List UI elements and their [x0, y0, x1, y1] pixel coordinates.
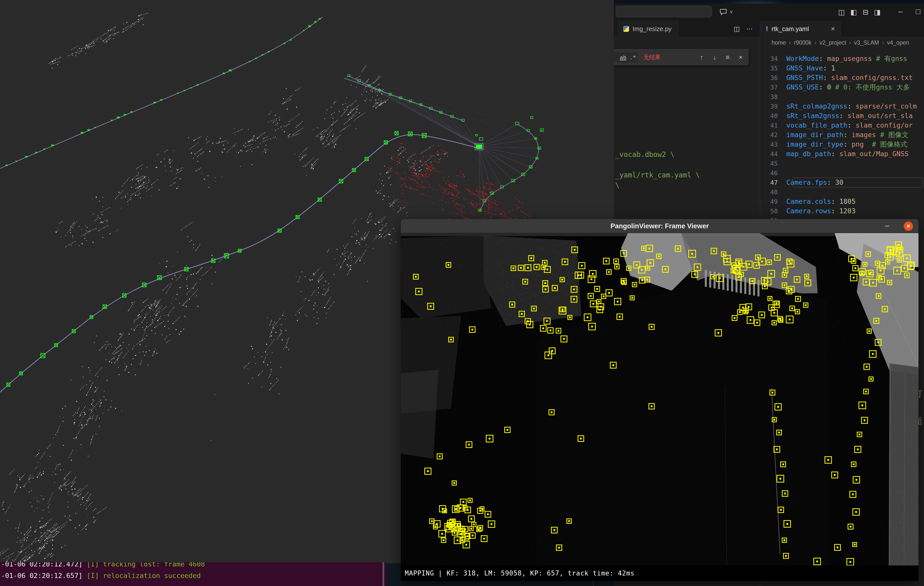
- code-line-41: 41vocab_file_path: slam_config/or: [760, 120, 924, 130]
- command-center-search[interactable]: [616, 6, 712, 17]
- line-number: 38: [760, 92, 786, 102]
- terminal-scrollbar[interactable]: [383, 562, 384, 586]
- camera-frame-image: [401, 233, 919, 581]
- code-line-45: 45: [760, 159, 924, 168]
- terminal-log-line: -01-06 02:20:12.472] [I] tracking lost: …: [1, 562, 205, 568]
- toggle-panel-layout-icon-3[interactable]: ⊟: [863, 8, 868, 16]
- line-number: 35: [760, 64, 786, 73]
- line-number: 46: [760, 168, 786, 178]
- window-maximize-button[interactable]: □: [912, 3, 924, 21]
- frame-viewer-body: MAPPING | KF: 318, LM: 59058, KP: 657, t…: [401, 233, 919, 581]
- tab-img-resize-py[interactable]: Img_resize.py: [617, 21, 679, 37]
- breadcrumb-separator: ›: [789, 40, 791, 46]
- line-number: 41: [760, 121, 786, 130]
- terminal-log-line: -01-06 02:20:12.657] [I] relocalization …: [1, 572, 201, 579]
- line-number: 47: [760, 178, 786, 188]
- frame-minimize-button[interactable]: –: [881, 219, 893, 232]
- frame-viewer-title: PangolinViewer: Frame Viewer: [401, 219, 919, 233]
- close-tab-icon[interactable]: ×: [831, 25, 835, 33]
- code-line-48: 48: [760, 187, 924, 197]
- current-line-highlight: [792, 178, 923, 188]
- line-number: 42: [760, 130, 786, 140]
- breadcrumb-item-v3_SLAM[interactable]: v3_SLAM: [854, 40, 879, 46]
- breadcrumb-item-v2_project[interactable]: v2_project: [819, 40, 846, 46]
- breadcrumb-separator: ›: [882, 40, 884, 46]
- code-line-42: 42image_dir_path: images # 图像文: [760, 130, 924, 140]
- pangolin-frame-viewer-window: PangolinViewer: Frame Viewer – × MAPPING…: [401, 219, 919, 581]
- code-line-47: 47Camera.fps: 30: [760, 178, 924, 187]
- line-number: 45: [760, 159, 786, 168]
- find-results-label: 无结果: [644, 53, 661, 61]
- vscode-titlebar[interactable]: ∨ ◫ ◧ ⊟ ◨ – □: [614, 3, 924, 21]
- close-find-icon[interactable]: ×: [736, 49, 746, 66]
- line-number: 43: [760, 140, 786, 150]
- vscode-tab-bar: Img_resize.py ◫ ⋯ ! rtk_cam.yaml ×: [614, 21, 924, 37]
- frame-viewer-titlebar[interactable]: PangolinViewer: Frame Viewer – ×: [401, 219, 919, 233]
- breadcrumb-separator: ›: [849, 40, 851, 46]
- code-line-50: 50Camera.rows: 1203: [760, 206, 924, 216]
- code-line-49: 49Camera.cols: 1805: [760, 197, 924, 206]
- code-line-43: 43image_dir_type: png # 图像格式: [760, 140, 924, 149]
- code-line-40: 40sRt_slam2gnss: slam_out/srt_sla: [760, 111, 924, 120]
- breadcrumb-item-r9000k[interactable]: r9000k: [794, 40, 812, 46]
- code-line-46: 46: [760, 168, 924, 178]
- match-whole-word-icon[interactable]: ab: [620, 54, 627, 61]
- breadcrumb-item-v4_open[interactable]: v4_open: [887, 40, 909, 46]
- find-widget: ab .* 无结果 ↑ ↓ ≡ ×: [614, 49, 748, 65]
- breadcrumb: home›r9000k›v2_project›v3_SLAM›v4_open: [772, 38, 909, 47]
- find-next-button[interactable]: ↓: [710, 49, 719, 66]
- line-number: 40: [760, 111, 786, 121]
- tab-label: rtk_cam.yaml: [772, 25, 809, 33]
- left-editor-content[interactable]: _vocab.dbow2 \ _yaml/rtk_cam.yaml \ \: [615, 150, 700, 191]
- more-actions-icon[interactable]: ⋯: [746, 25, 753, 33]
- line-number: 44: [760, 150, 786, 159]
- window-minimize-button[interactable]: –: [894, 3, 907, 21]
- find-input[interactable]: ab .*: [614, 52, 639, 63]
- breadcrumb-item-home[interactable]: home: [772, 40, 786, 46]
- line-number: 39: [760, 102, 786, 111]
- python-file-icon: [623, 26, 629, 32]
- code-line-38: 38: [760, 92, 924, 102]
- code-line-37: 37GNSS_USE: 0 # 0: 不使用gnss 大多: [760, 82, 924, 92]
- code-line-44: 44map_db_path: slam_out/Map_GNSS: [760, 149, 924, 159]
- copilot-chat-button[interactable]: ∨: [719, 7, 735, 16]
- yaml-file-icon: !: [766, 25, 768, 33]
- code-line-36: 36GNSS_PSTH: slam_config/gnss.txt: [760, 73, 924, 82]
- frame-close-button[interactable]: ×: [904, 222, 913, 231]
- line-number: 48: [760, 188, 786, 197]
- regex-icon[interactable]: .*: [630, 54, 636, 61]
- line-number: 49: [760, 197, 786, 207]
- line-number: 36: [760, 73, 786, 83]
- toggle-panel-layout-icon-1[interactable]: ◫: [838, 8, 845, 16]
- toggle-panel-layout-icon-4[interactable]: ◨: [874, 8, 880, 16]
- find-previous-button[interactable]: ↑: [696, 49, 706, 66]
- tab-rtk-cam-yaml[interactable]: ! rtk_cam.yaml ×: [760, 21, 841, 37]
- chevron-down-icon: ∨: [729, 9, 733, 15]
- find-in-selection-button[interactable]: ≡: [723, 49, 733, 66]
- line-number: 37: [760, 83, 786, 92]
- breadcrumb-separator: ›: [815, 40, 817, 46]
- line-number: 50: [760, 207, 786, 216]
- line-number: 34: [760, 54, 786, 64]
- code-line-34: 34WorkMode: map_usegnss # 有gnss: [760, 54, 924, 63]
- terminal-window[interactable]: -01-06 02:20:12.472] [I] tracking lost: …: [0, 562, 386, 586]
- split-editor-icon[interactable]: ◫: [734, 25, 740, 33]
- tab-label: Img_resize.py: [632, 25, 672, 33]
- toggle-panel-layout-icon-2[interactable]: ◧: [850, 8, 857, 16]
- code-line-35: 35GNSS_Have: 1: [760, 63, 924, 73]
- code-line-39: 39sRt_colmap2gnss: sparse/srt_colm: [760, 102, 924, 111]
- tracking-status-bar: MAPPING | KF: 318, LM: 59058, KP: 657, t…: [401, 565, 919, 581]
